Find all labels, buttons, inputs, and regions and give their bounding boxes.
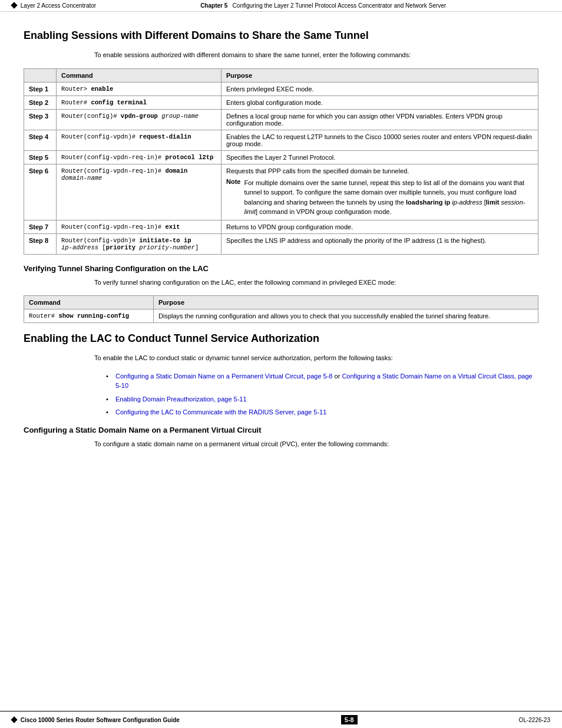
note-container: Note For multiple domains over the same … (226, 178, 533, 217)
command-cell: Router(config)# vpdn-group group-name (57, 109, 222, 130)
command-cell: Router(config-vpdn-req-in)# protocol l2t… (57, 150, 222, 164)
purpose-cell: Requests that PPP calls from the specifi… (222, 164, 538, 220)
table-row: Step 3 Router(config)# vpdn-group group-… (24, 109, 538, 130)
table-row: Step 6 Router(config-vpdn-req-in)# domai… (24, 164, 538, 220)
lac-section-heading: Enabling the LAC to Conduct Tunnel Servi… (24, 332, 538, 345)
command-cell: Router(config-vpdn-req-in)# domain domai… (57, 164, 222, 220)
step-label: Step 6 (24, 164, 57, 220)
verify-table-cmd-header: Command (24, 296, 154, 309)
step-label: Step 1 (24, 82, 57, 95)
table-row: Router# show running-config Displays the… (24, 309, 538, 323)
table-row: Step 2 Router# config terminal Enters gl… (24, 95, 538, 109)
note-label: Note (226, 178, 240, 217)
table-row: Step 4 Router(config-vpdn)# request-dial… (24, 130, 538, 150)
footer-center-text: Cisco 10000 Series Router Software Confi… (21, 717, 180, 723)
bullet-link-4[interactable]: Configuring the LAC to Communicate with … (115, 409, 326, 416)
bullet-link[interactable]: Configuring a Static Domain Name on a Pe… (115, 373, 332, 380)
static-domain-heading: Configuring a Static Domain Name on a Pe… (24, 426, 538, 434)
lac-bullet-list: Configuring a Static Domain Name on a Pe… (106, 371, 538, 417)
step-label: Step 4 (24, 130, 57, 150)
step-label: Step 3 (24, 109, 57, 130)
list-item: Configuring a Static Domain Name on a Pe… (106, 371, 538, 391)
command-cell: Router> enable (57, 82, 222, 95)
page-number: 5-8 (341, 715, 358, 724)
lac-intro: To enable the LAC to conduct static or d… (94, 353, 538, 363)
page-footer: Cisco 10000 Series Router Software Confi… (0, 711, 562, 728)
command-cell: Router(config-vpdn)# initiate-to ip ip-a… (57, 233, 222, 254)
step-label: Step 8 (24, 233, 57, 254)
note-text: For multiple domains over the same tunne… (244, 178, 533, 217)
verify-command-cell: Router# show running-config (24, 309, 154, 323)
diamond-icon (11, 2, 17, 8)
purpose-cell: Defines a local group name for which you… (222, 109, 538, 130)
purpose-cell: Enables the LAC to request L2TP tunnels … (222, 130, 538, 150)
header-chapter-title: Chapter 5 Configuring the Layer 2 Tunnel… (200, 2, 446, 9)
purpose-cell: Specifies the LNS IP address and optiona… (222, 233, 538, 254)
static-domain-intro: To configure a static domain name on a p… (94, 439, 538, 449)
table-row: Step 1 Router> enable Enters privileged … (24, 82, 538, 95)
enabling-sessions-intro: To enable sessions authorized with diffe… (94, 50, 538, 60)
list-item: Enabling Domain Preauthorization, page 5… (106, 394, 538, 404)
step-label: Step 5 (24, 150, 57, 164)
table-header-empty (24, 68, 57, 82)
command-cell: Router(config-vpdn)# request-dialin (57, 130, 222, 150)
top-bar-breadcrumb: Layer 2 Access Concentrator (12, 2, 96, 9)
purpose-cell: Returns to VPDN group configuration mode… (222, 220, 538, 233)
footer-diamond-icon (11, 716, 17, 723)
purpose-cell: Enters global configuration mode. (222, 95, 538, 109)
verifying-table: Command Purpose Router# show running-con… (24, 295, 538, 323)
main-content: Enabling Sessions with Different Domains… (0, 12, 562, 480)
bullet-link-3[interactable]: Enabling Domain Preauthorization, page 5… (115, 396, 247, 403)
table-header-purpose: Purpose (222, 68, 538, 82)
verifying-intro: To verify tunnel sharing configuration o… (94, 278, 538, 288)
table-row: Step 8 Router(config-vpdn)# initiate-to … (24, 233, 538, 254)
page-container: Layer 2 Access Concentrator Chapter 5 Co… (0, 0, 562, 728)
table-row: Step 5 Router(config-vpdn-req-in)# proto… (24, 150, 538, 164)
table-row: Step 7 Router(config-vpdn-req-in)# exit … (24, 220, 538, 233)
table-header-command: Command (57, 68, 222, 82)
top-bar: Layer 2 Access Concentrator Chapter 5 Co… (0, 0, 562, 12)
footer-right-text: OL-2226-23 (519, 717, 550, 723)
step-label: Step 7 (24, 220, 57, 233)
command-cell: Router(config-vpdn-req-in)# exit (57, 220, 222, 233)
command-cell: Router# config terminal (57, 95, 222, 109)
section-heading-enabling-sessions: Enabling Sessions with Different Domains… (24, 29, 538, 42)
purpose-cell: Specifies the Layer 2 Tunnel Protocol. (222, 150, 538, 164)
verifying-heading: Verifying Tunnel Sharing Configuration o… (24, 264, 538, 273)
verify-table-purpose-header: Purpose (154, 296, 538, 309)
enabling-sessions-table: Command Purpose Step 1 Router> enable En… (24, 68, 538, 255)
purpose-cell: Enters privileged EXEC mode. (222, 82, 538, 95)
verify-purpose-cell: Displays the running configuration and a… (154, 309, 538, 323)
list-item: Configuring the LAC to Communicate with … (106, 407, 538, 417)
step-label: Step 2 (24, 95, 57, 109)
footer-left: Cisco 10000 Series Router Software Confi… (12, 717, 180, 723)
